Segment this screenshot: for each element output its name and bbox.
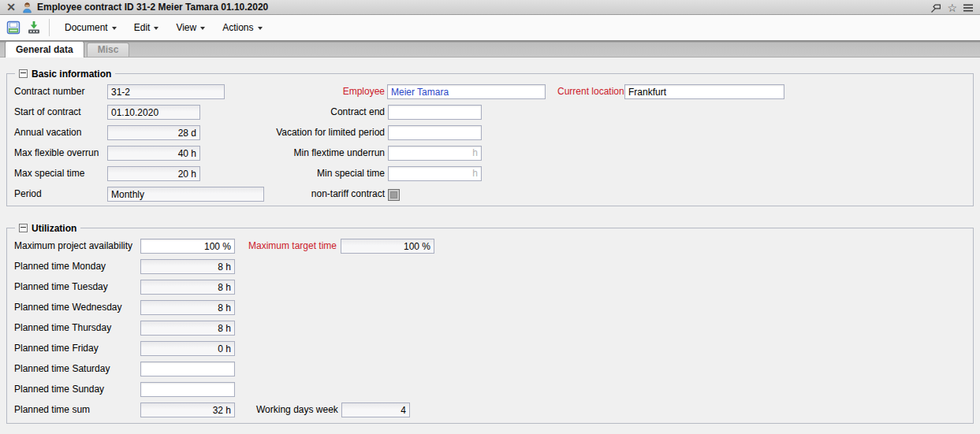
menu-view[interactable]: View (167, 15, 214, 40)
title-bar: ✕ Employee contract ID 31-2 Meier Tamara… (0, 0, 980, 15)
menu-actions-label: Actions (222, 22, 253, 33)
max-flexible-overrun-label: Max flexible overrun (14, 146, 99, 161)
menu-actions[interactable]: Actions (214, 15, 270, 40)
planned-tuesday-label: Planned time Tuesday (14, 280, 108, 295)
chevron-down-icon (258, 27, 263, 30)
min-special-time-label: Min special time (243, 166, 385, 181)
planned-saturday-label: Planned time Saturday (14, 362, 110, 377)
planned-wednesday-label: Planned time Wednesday (14, 300, 122, 315)
contract-number-label: Contract number (14, 84, 84, 99)
pin-icon[interactable] (930, 2, 941, 13)
planned-saturday-input[interactable] (140, 362, 235, 377)
vacation-limited-period-input[interactable] (388, 125, 482, 140)
planned-thursday-label: Planned time Thursday (14, 321, 111, 336)
save-icon[interactable] (6, 20, 20, 35)
contract-end-input[interactable] (388, 105, 482, 120)
utilization-title: Utilization (32, 223, 76, 234)
basic-information-legend: Basic information (15, 68, 115, 80)
employee-input[interactable] (387, 84, 546, 99)
planned-sunday-label: Planned time Sunday (14, 382, 104, 397)
planned-wednesday-input[interactable] (140, 300, 235, 315)
working-days-week-input[interactable] (341, 402, 410, 417)
max-flexible-overrun-input[interactable] (107, 146, 200, 161)
planned-sunday-input[interactable] (140, 382, 235, 397)
vacation-limited-period-label: Vacation for limited period (243, 125, 385, 140)
min-special-time-unit: h (467, 166, 478, 181)
planned-sum-input[interactable] (140, 402, 235, 417)
close-icon[interactable]: ✕ (5, 0, 17, 15)
chevron-down-icon (200, 27, 205, 30)
max-project-availability-label: Maximum project availability (14, 239, 132, 254)
period-label: Period (14, 187, 42, 202)
utilization-legend: Utilization (15, 222, 80, 234)
planned-friday-input[interactable] (140, 341, 235, 356)
start-of-contract-input[interactable] (107, 105, 200, 120)
window-title: Employee contract ID 31-2 Meier Tamara 0… (37, 0, 268, 15)
employee-contract-window: ✕ Employee contract ID 31-2 Meier Tamara… (0, 0, 980, 434)
collapse-section-icon[interactable] (19, 69, 28, 78)
menu-document-label: Document (65, 22, 108, 33)
hamburger-menu-icon[interactable] (963, 2, 974, 13)
collapse-section-icon[interactable] (19, 224, 28, 232)
planned-sum-label: Planned time sum (14, 402, 90, 417)
non-tariff-contract-label: non-tariff contract (243, 187, 385, 202)
person-icon (21, 2, 33, 13)
star-icon[interactable]: ☆ (947, 2, 957, 13)
tab-general-data[interactable]: General data (5, 41, 84, 57)
export-download-icon[interactable] (27, 20, 41, 35)
menu-view-label: View (176, 22, 196, 33)
max-special-time-input[interactable] (107, 166, 200, 181)
planned-thursday-input[interactable] (140, 321, 235, 336)
employee-label: Employee (243, 84, 385, 99)
current-location-label: Current location (557, 84, 624, 99)
max-target-time-input[interactable] (341, 239, 434, 254)
basic-information-title: Basic information (32, 69, 111, 80)
toolbar: Document Edit View Actions (0, 15, 980, 40)
menu-document[interactable]: Document (56, 15, 125, 40)
planned-monday-label: Planned time Monday (14, 259, 106, 274)
min-flextime-underrun-unit: h (467, 146, 478, 161)
tab-bar: General data Misc (0, 40, 980, 57)
start-of-contract-label: Start of contract (14, 105, 81, 120)
period-input[interactable] (107, 187, 264, 202)
tab-misc[interactable]: Misc (87, 43, 130, 57)
chevron-down-icon (154, 27, 158, 30)
planned-monday-input[interactable] (140, 259, 235, 274)
menu-edit-label: Edit (134, 22, 151, 33)
toolbar-separator (49, 19, 50, 36)
menu-edit[interactable]: Edit (125, 15, 168, 40)
working-days-week-label: Working days week (256, 402, 338, 417)
min-flextime-underrun-label: Min flextime underrun (243, 146, 385, 161)
contract-end-label: Contract end (243, 105, 385, 120)
annual-vacation-input[interactable] (107, 125, 200, 140)
max-special-time-label: Max special time (14, 166, 84, 181)
max-project-availability-input[interactable] (140, 239, 235, 254)
chevron-down-icon (112, 27, 117, 30)
planned-tuesday-input[interactable] (140, 280, 235, 295)
contract-number-input[interactable] (107, 84, 225, 99)
planned-friday-label: Planned time Friday (14, 341, 99, 356)
annual-vacation-label: Annual vacation (14, 125, 81, 140)
non-tariff-contract-checkbox[interactable] (388, 189, 400, 201)
max-target-time-label: Maximum target time (248, 239, 337, 254)
current-location-input[interactable] (624, 84, 784, 99)
